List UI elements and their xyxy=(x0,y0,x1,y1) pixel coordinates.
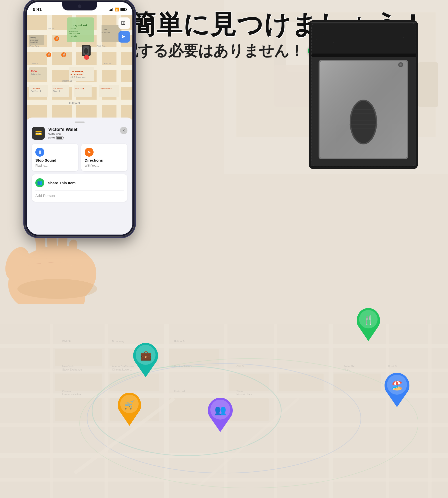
pin-food: 🍴 xyxy=(353,304,383,343)
svg-rect-28 xyxy=(229,374,269,391)
pin-work: 💼 xyxy=(129,339,162,379)
svg-rect-19 xyxy=(274,324,277,498)
svg-text:Vibrant: Vibrant xyxy=(70,28,76,29)
svg-text:🏖️: 🏖️ xyxy=(391,379,403,391)
svg-text:New York: New York xyxy=(62,365,74,368)
stop-sound-sub: Playing... xyxy=(35,164,75,167)
svg-point-141 xyxy=(351,101,376,143)
svg-text:crowds: crowds xyxy=(71,35,77,37)
svg-rect-17 xyxy=(164,324,169,498)
svg-text:🍴: 🍴 xyxy=(363,314,374,325)
wallet-battery-fill xyxy=(57,137,62,139)
svg-rect-21 xyxy=(386,324,389,498)
svg-rect-134 xyxy=(311,54,416,57)
svg-point-160 xyxy=(413,45,414,45)
svg-text:The Beekman,: The Beekman, xyxy=(70,70,84,73)
svg-text:Pace: Pace xyxy=(103,28,108,30)
svg-rect-124 xyxy=(57,233,68,263)
svg-rect-29 xyxy=(279,374,324,391)
directions-icon: ➤ xyxy=(85,148,94,157)
phone-map: City Hall Park Vibrant greenspace with l… xyxy=(27,15,132,120)
svg-text:Park Ro...: Park Ro... xyxy=(97,45,107,47)
svg-point-159 xyxy=(403,37,404,38)
signal-bar-3 xyxy=(111,9,112,11)
directions-label: Directions xyxy=(85,158,124,162)
add-person-label: Add Person xyxy=(35,193,55,198)
svg-rect-22 xyxy=(428,324,432,498)
svg-text:🛒: 🛒 xyxy=(124,399,135,410)
wallet-time: Now xyxy=(48,136,77,140)
svg-point-152 xyxy=(400,64,401,65)
svg-text:greenspace: greenspace xyxy=(69,30,78,32)
add-person-row[interactable]: Add Person xyxy=(35,190,124,198)
status-icons: 📶 xyxy=(109,7,126,11)
svg-point-130 xyxy=(17,279,97,299)
svg-rect-63 xyxy=(47,15,52,120)
svg-text:Fulton St: Fulton St xyxy=(69,102,80,105)
action-buttons: ⏸ Stop Sound Playing... ➤ Directions Wit… xyxy=(32,144,127,171)
front-camera xyxy=(78,4,81,8)
svg-point-82 xyxy=(84,48,88,54)
svg-rect-133 xyxy=(311,22,416,57)
battery-fill xyxy=(121,8,125,10)
close-button[interactable]: ✕ xyxy=(120,127,127,134)
svg-text:skyscraper: skyscraper xyxy=(30,39,39,41)
svg-rect-31 xyxy=(55,398,102,421)
svg-rect-25 xyxy=(169,349,219,366)
wallet-name: Victor's Walet xyxy=(48,127,77,132)
stop-sound-button[interactable]: ⏸ Stop Sound Playing... xyxy=(32,144,78,171)
svg-text:Cinema: Cinema xyxy=(62,390,71,393)
phone-map-svg: City Hall Park Vibrant greenspace with l… xyxy=(27,15,132,120)
svg-point-158 xyxy=(333,42,334,43)
battery-icon xyxy=(120,8,126,11)
svg-text:Joe's Pizza: Joe's Pizza xyxy=(53,87,63,89)
signal-bars xyxy=(109,8,113,11)
svg-text:Cliff St: Cliff St xyxy=(236,365,244,368)
wallet-svg xyxy=(304,15,423,179)
stop-sound-label: Stop Sound xyxy=(35,158,75,162)
wallet-item-info: 💳 Victor's Walet With You Now xyxy=(32,127,77,140)
svg-rect-30 xyxy=(334,374,381,391)
svg-rect-16 xyxy=(105,324,108,498)
wallet-battery xyxy=(56,136,63,139)
phone-notch xyxy=(62,2,97,10)
svg-text:City Hall Park: City Hall Park xyxy=(73,24,88,27)
svg-text:Park Row: Park Row xyxy=(29,45,39,47)
svg-text:Melt Shop: Melt Shop xyxy=(75,87,85,89)
wallet-item-text: Victor's Walet With You Now xyxy=(48,127,77,140)
svg-rect-26 xyxy=(55,374,102,391)
phone-container: 9:41 📶 xyxy=(10,0,149,274)
svg-point-157 xyxy=(323,35,324,35)
svg-text:Suite Shi...: Suite Shi... xyxy=(343,365,357,368)
share-label: Share This Item xyxy=(48,181,76,185)
svg-rect-65 xyxy=(97,15,102,120)
wallet-product xyxy=(304,15,423,179)
svg-text:💼: 💼 xyxy=(140,350,152,361)
svg-text:4.6 ★ 5-star hotel: 4.6 ★ 5-star hotel xyxy=(70,76,86,78)
svg-rect-20 xyxy=(329,324,333,498)
signal-bar-4 xyxy=(112,8,113,11)
svg-text:Fede Hall: Fede Hall xyxy=(174,390,185,393)
svg-text:➤: ➤ xyxy=(121,33,125,40)
svg-text:🍴: 🍴 xyxy=(55,37,59,40)
svg-rect-155 xyxy=(311,166,416,167)
svg-text:Broadway: Broadway xyxy=(112,340,124,343)
svg-text:with lunchtime: with lunchtime xyxy=(69,33,80,34)
pin-beach: 🏖️ xyxy=(381,369,413,409)
signal-bar-2 xyxy=(110,9,111,11)
directions-sub: With You... xyxy=(85,164,124,167)
svg-text:Pizza · $: Pizza · $ xyxy=(53,90,60,92)
svg-text:👥: 👥 xyxy=(215,404,226,416)
wifi-icon: 📶 xyxy=(115,7,119,11)
bottom-sheet: 💳 Victor's Walet With You Now xyxy=(27,118,132,235)
svg-text:Fast Food · $: Fast Food · $ xyxy=(31,90,41,92)
svg-text:📍: 📍 xyxy=(85,55,89,59)
svg-rect-154 xyxy=(311,22,416,23)
share-icon: 👥 xyxy=(35,178,44,187)
svg-text:University: University xyxy=(102,31,110,33)
svg-text:🍴: 🍴 xyxy=(47,53,51,57)
svg-text:from 1913: from 1913 xyxy=(30,41,38,43)
svg-rect-98 xyxy=(99,85,119,97)
directions-button[interactable]: ➤ Directions With You... xyxy=(81,144,127,171)
svg-point-156 xyxy=(316,39,317,40)
